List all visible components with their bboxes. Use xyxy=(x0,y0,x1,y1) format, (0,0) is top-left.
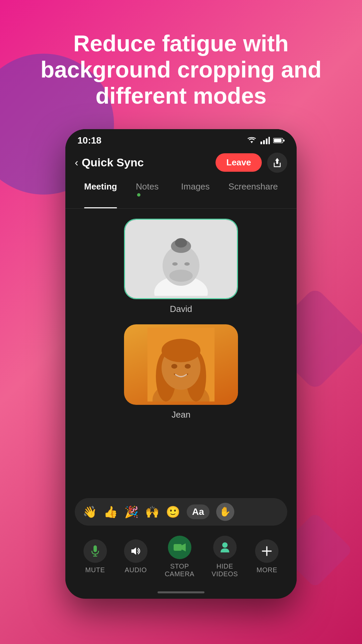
share-icon xyxy=(273,158,282,167)
mute-icon-bg xyxy=(83,539,107,563)
camera-label: STOP CAMERA xyxy=(165,562,194,578)
more-icon-bg xyxy=(255,539,279,563)
svg-rect-28 xyxy=(94,545,97,552)
tab-screenshare[interactable]: Screenshare xyxy=(219,175,287,208)
controls-bar: MUTE AUDIO STOP CAMERA xyxy=(65,529,297,588)
video-card-jean: Jean xyxy=(124,324,238,420)
svg-rect-3 xyxy=(266,139,267,144)
david-face xyxy=(125,220,237,298)
emoji-party[interactable]: 🎉 xyxy=(124,505,138,519)
svg-point-18 xyxy=(169,270,193,282)
audio-label: AUDIO xyxy=(125,566,147,574)
audio-icon xyxy=(130,546,141,556)
back-chevron[interactable]: ‹ xyxy=(75,156,78,169)
app-header: ‹ Quick Sync Leave xyxy=(65,149,297,175)
jean-avatar-svg xyxy=(147,328,215,401)
control-mute[interactable]: MUTE xyxy=(83,539,107,574)
phone-frame: 10:18 ‹ Qu xyxy=(65,129,297,599)
svg-rect-6 xyxy=(274,139,282,142)
control-audio[interactable]: AUDIO xyxy=(124,539,147,574)
mic-icon xyxy=(90,545,100,557)
plus-icon xyxy=(262,546,272,556)
camera-icon xyxy=(174,543,186,552)
tabs: Meeting Notes Images Screenshare xyxy=(65,175,297,209)
video-area: David xyxy=(65,209,297,495)
signal-icon xyxy=(260,137,270,144)
notes-dot xyxy=(137,193,140,197)
svg-marker-9 xyxy=(275,158,279,161)
david-name: David xyxy=(170,304,192,314)
david-avatar-svg xyxy=(147,222,215,296)
svg-point-27 xyxy=(185,364,191,369)
svg-rect-4 xyxy=(268,137,270,144)
home-indicator xyxy=(158,591,204,593)
jean-face xyxy=(124,324,238,405)
svg-rect-32 xyxy=(174,544,182,551)
status-icons xyxy=(246,137,285,145)
mute-label: MUTE xyxy=(85,566,105,574)
svg-point-15 xyxy=(175,238,187,248)
svg-marker-0 xyxy=(250,141,253,143)
emoji-wave[interactable]: 👋 xyxy=(83,505,97,519)
tab-meeting[interactable]: Meeting xyxy=(75,175,126,208)
person-icon xyxy=(220,542,230,553)
jean-name: Jean xyxy=(172,410,190,420)
emoji-bar: 👋 👍 🎉 🙌 🙂 Aa ✋ xyxy=(75,498,287,526)
status-bar: 10:18 xyxy=(65,129,297,149)
tab-notes[interactable]: Notes xyxy=(126,175,172,208)
hide-videos-icon-bg xyxy=(213,536,237,559)
emoji-smile[interactable]: 🙂 xyxy=(166,505,180,519)
hide-videos-label: HIDE VIDEOS xyxy=(212,562,238,578)
emoji-raise-hand[interactable]: ✋ xyxy=(216,503,234,521)
svg-marker-33 xyxy=(182,543,186,551)
svg-rect-7 xyxy=(283,140,285,142)
tab-images[interactable]: Images xyxy=(172,175,219,208)
control-hide-videos[interactable]: HIDE VIDEOS xyxy=(212,536,238,578)
meeting-title: Quick Sync xyxy=(82,156,144,169)
svg-marker-31 xyxy=(131,547,136,555)
camera-icon-bg xyxy=(168,536,191,559)
emoji-text-button[interactable]: Aa xyxy=(187,504,209,519)
emoji-clap[interactable]: 🙌 xyxy=(145,505,159,519)
wifi-icon xyxy=(246,137,257,145)
more-label: MORE xyxy=(256,566,277,574)
header-left: ‹ Quick Sync xyxy=(75,156,144,169)
svg-point-17 xyxy=(184,262,190,266)
leave-button[interactable]: Leave xyxy=(216,153,262,172)
control-more[interactable]: MORE xyxy=(255,539,279,574)
video-thumb-david xyxy=(124,219,238,299)
svg-point-26 xyxy=(171,364,177,369)
emoji-thumbsup[interactable]: 👍 xyxy=(104,505,118,519)
video-card-david: David xyxy=(124,219,238,314)
svg-point-16 xyxy=(172,262,178,266)
share-button[interactable] xyxy=(267,153,287,173)
svg-point-34 xyxy=(222,542,228,548)
svg-rect-1 xyxy=(260,142,262,144)
header-right: Leave xyxy=(216,153,287,173)
control-camera[interactable]: STOP CAMERA xyxy=(165,536,194,578)
svg-rect-2 xyxy=(263,140,265,144)
status-time: 10:18 xyxy=(77,135,102,146)
svg-point-25 xyxy=(162,339,200,362)
video-thumb-jean xyxy=(124,324,238,405)
headline: Reduce fatigue with background cropping … xyxy=(0,0,362,129)
audio-icon-bg xyxy=(124,539,147,563)
battery-icon xyxy=(273,138,285,144)
